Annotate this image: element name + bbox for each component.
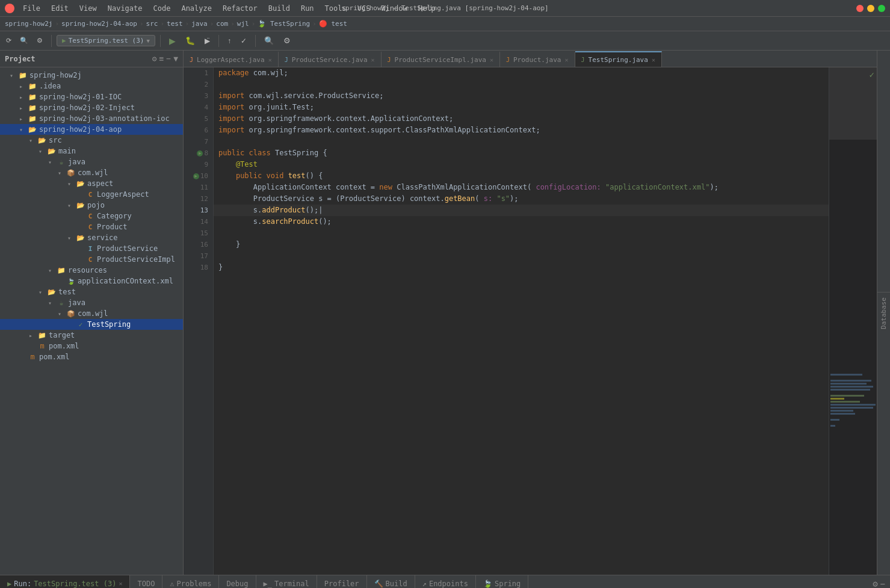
menu-item-run[interactable]: Run — [296, 3, 319, 14]
bc-item[interactable]: 🔴 test — [319, 20, 347, 28]
bc-item[interactable]: 🍃 TestSpring — [258, 20, 310, 28]
tab-close-icon[interactable]: ✕ — [371, 57, 375, 63]
test-class-icon: ✓ — [76, 320, 85, 329]
bc-item[interactable]: test — [167, 20, 183, 28]
bc-item[interactable]: wjl — [237, 20, 249, 28]
sidebar-item-testspring[interactable]: ▸ ✓ TestSpring — [0, 319, 183, 330]
menu-item-code[interactable]: Code — [149, 3, 176, 14]
sidebar-item-productserviceimpl[interactable]: ▸ C ProductServiceImpl — [0, 254, 183, 265]
sidebar-item-com-wjl-test[interactable]: ▾ 📦 com.wjl — [0, 308, 183, 319]
run-config-selector[interactable]: ▶ TestSpring.test (3) ▼ — [57, 35, 155, 46]
sidebar-item-pom-aop[interactable]: ▸ m pom.xml — [0, 341, 183, 351]
sidebar-item-04-aop[interactable]: ▾ 📂 spring-how2j-04-aop — [0, 124, 183, 135]
tab-productservice[interactable]: J ProductService.java ✕ — [279, 51, 382, 67]
tab-close-icon[interactable]: ✕ — [268, 57, 272, 63]
vcs-update-button[interactable]: ↑ — [224, 36, 235, 46]
tab-endpoints[interactable]: ↗ Endpoints — [415, 575, 476, 589]
tab-close-icon[interactable]: ✕ — [564, 57, 568, 63]
tab-loggeraspect[interactable]: J LoggerAspect.java ✕ — [184, 51, 279, 67]
tab-profiler[interactable]: Profiler — [317, 575, 367, 589]
sidebar-item-product[interactable]: ▸ C Product — [0, 221, 183, 232]
bc-item[interactable]: spring-how2j-04-aop — [61, 20, 137, 28]
tab-build[interactable]: 🔨 Build — [367, 575, 415, 589]
gutter-line-9: 9 — [195, 159, 213, 170]
sidebar-item-02-inject[interactable]: ▸ 📁 spring-how2j-02-Inject — [0, 102, 183, 113]
sidebar-layout-icon[interactable]: ≡ — [159, 54, 164, 63]
sidebar-item-01-ioc[interactable]: ▸ 📁 spring-how2j-01-IOC — [0, 91, 183, 102]
toolbar-btn[interactable]: ⟳ — [2, 36, 15, 46]
settings-button[interactable]: ⚙ — [280, 35, 294, 46]
coverage-button[interactable]: ▶̈ — [201, 36, 214, 46]
bc-item[interactable]: java — [191, 20, 208, 28]
menu-item-navigate[interactable]: Navigate — [103, 3, 147, 14]
sidebar-item-label: service — [87, 234, 118, 242]
sidebar-item-src[interactable]: ▾ 📂 src — [0, 135, 183, 146]
sidebar-item-pom-root[interactable]: ▸ m pom.xml — [0, 351, 183, 362]
sidebar-item-com-wjl[interactable]: ▾ 📦 com.wjl — [0, 167, 183, 178]
sidebar-item-java-main[interactable]: ▾ ☕ java — [0, 156, 183, 167]
tab-spring[interactable]: 🍃 Spring — [476, 575, 528, 589]
bc-item[interactable]: src — [146, 20, 158, 28]
tab-close-icon[interactable]: ✕ — [490, 57, 493, 63]
minimize-button[interactable] — [867, 5, 874, 12]
sidebar-item-productservice[interactable]: ▸ I ProductService — [0, 243, 183, 254]
bc-sep: › — [252, 20, 256, 28]
bc-item[interactable]: spring-how2j — [5, 20, 52, 28]
sidebar-item-target[interactable]: ▸ 📁 target — [0, 330, 183, 341]
tab-productserviceimpl[interactable]: J ProductServiceImpl.java ✕ — [382, 51, 500, 67]
sidebar-item-label: main — [58, 147, 76, 155]
menu-item-build[interactable]: Build — [264, 3, 295, 14]
tab-product[interactable]: J Product.java ✕ — [500, 51, 575, 67]
minimize-panel-icon[interactable]: − — [880, 579, 885, 589]
sidebar-expand-icon[interactable]: ▼ — [173, 54, 178, 63]
sidebar-item-applicationcontext[interactable]: ▸ 🍃 applicationCOntext.xml — [0, 276, 183, 286]
toolbar-btn[interactable]: 🔍 — [16, 36, 32, 46]
right-side-panel: Database Maven — [877, 51, 890, 575]
bc-item[interactable]: com — [216, 20, 228, 28]
sidebar-item-main[interactable]: ▾ 📂 main — [0, 146, 183, 156]
sidebar-item-aspect[interactable]: ▾ 📂 aspect — [0, 178, 183, 189]
run-tab-close-icon[interactable]: ✕ — [119, 580, 122, 587]
sidebar-item-idea[interactable]: ▸ 📁 .idea — [0, 81, 183, 91]
keyword: class — [249, 147, 271, 159]
sidebar-settings-icon[interactable]: ⚙ — [152, 54, 157, 63]
tab-debug[interactable]: Debug — [219, 575, 256, 589]
menu-item-edit[interactable]: Edit — [46, 3, 73, 14]
tree-arrow: ▸ — [19, 116, 28, 122]
vcs-commit-button[interactable]: ✓ — [237, 36, 250, 46]
tab-testspring[interactable]: J TestSpring.java ✕ — [575, 51, 662, 67]
tab-todo[interactable]: TODO — [130, 575, 162, 589]
menu-item-analyze[interactable]: Analyze — [176, 3, 217, 14]
sidebar-item-test[interactable]: ▾ 📂 test — [0, 286, 183, 297]
maven-icon: m — [37, 341, 47, 351]
sidebar-item-pojo[interactable]: ▾ 📂 pojo — [0, 200, 183, 211]
close-button[interactable] — [856, 5, 864, 12]
sidebar-item-03-annotation[interactable]: ▸ 📁 spring-how2j-03-annotation-ioc — [0, 113, 183, 124]
maximize-button[interactable] — [878, 5, 885, 12]
sidebar-item-java-test[interactable]: ▾ ☕ java — [0, 297, 183, 308]
interface-icon: I — [85, 244, 95, 253]
tab-close-icon[interactable]: ✕ — [652, 57, 655, 63]
menu-item-file[interactable]: File — [18, 3, 45, 14]
menu-item-refactor[interactable]: Refactor — [218, 3, 262, 14]
sidebar-item-resources[interactable]: ▾ 📁 resources — [0, 265, 183, 276]
run-button[interactable]: ▶ — [165, 35, 179, 47]
settings-icon[interactable]: ⚙ — [873, 579, 877, 589]
sidebar-item-category[interactable]: ▸ C Category — [0, 211, 183, 221]
run-gutter-marker[interactable]: ▶ — [193, 173, 199, 179]
sidebar-item-spring-how2j[interactable]: ▾ 📁 spring-how2j — [0, 70, 183, 81]
menu-item-view[interactable]: View — [75, 3, 102, 14]
sidebar-collapse-icon[interactable]: − — [166, 54, 171, 63]
search-everywhere-button[interactable]: 🔍 — [261, 35, 277, 46]
sidebar-item-service[interactable]: ▾ 📂 service — [0, 232, 183, 243]
build-icon: 🔨 — [374, 580, 383, 588]
database-panel-tab[interactable]: Database — [877, 292, 890, 334]
code-content[interactable]: package com.wjl; import com.wjl.service.… — [214, 67, 829, 575]
run-gutter-marker[interactable]: ▶ — [197, 150, 203, 156]
tab-run[interactable]: ▶ Run: TestSpring.test (3) ✕ — [0, 575, 130, 589]
sidebar-item-loggeraspect[interactable]: ▸ C LoggerAspect — [0, 189, 183, 200]
tab-terminal[interactable]: ▶_ Terminal — [256, 575, 317, 589]
tab-problems[interactable]: ⚠ Problems — [162, 575, 219, 589]
debug-button[interactable]: 🐛 — [182, 35, 199, 46]
toolbar-btn[interactable]: ⚙ — [33, 36, 46, 46]
